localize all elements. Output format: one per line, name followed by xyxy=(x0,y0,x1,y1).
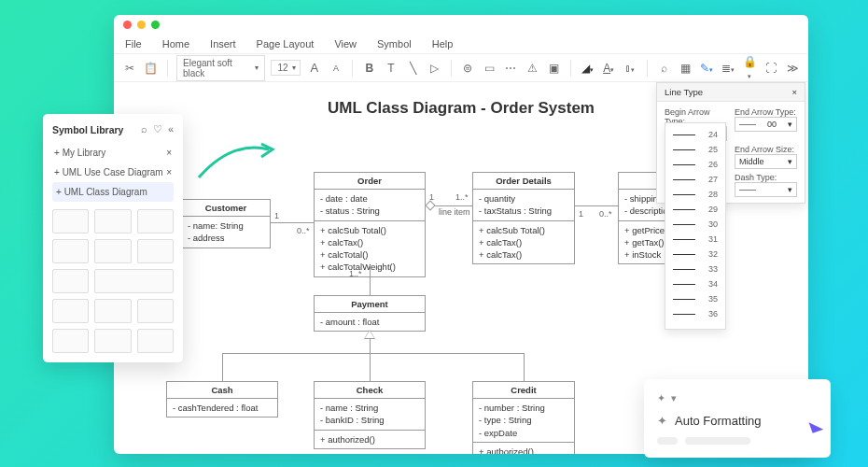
menu-help[interactable]: Help xyxy=(432,38,454,50)
shape-thumb[interactable] xyxy=(137,209,174,234)
separator xyxy=(167,60,168,77)
chevron-down-icon: ▾ xyxy=(255,64,259,72)
shape-thumb[interactable] xyxy=(137,239,174,263)
line-type-panel: Line Type× Begin Arrow Type:——00▾ End Ar… xyxy=(656,82,805,204)
group-icon[interactable]: ▭ xyxy=(482,62,497,75)
arrow-option[interactable]: 30 xyxy=(673,217,718,232)
class-order-details[interactable]: Order Details - quantity- taxStatus : St… xyxy=(472,172,575,264)
close-icon[interactable]: × xyxy=(166,167,172,177)
fill-icon[interactable]: ◢▾ xyxy=(580,62,595,75)
shape-thumb[interactable] xyxy=(94,329,131,353)
arrow-type-dropdown-list: 24 25 26 27 28 29 30 31 32 33 34 35 36 xyxy=(665,122,726,330)
symbol-library-panel: Symbol Library ⌕ ♡ « + My Library× + UML… xyxy=(43,114,183,362)
search-icon[interactable]: ⌕ xyxy=(656,62,672,75)
paste-icon[interactable]: 📋 xyxy=(143,62,159,75)
shape-thumb[interactable] xyxy=(52,209,89,234)
arrow-option[interactable]: 27 xyxy=(673,172,718,187)
maximize-icon[interactable] xyxy=(151,21,160,29)
pointer-icon[interactable]: ▷ xyxy=(427,62,442,75)
lock-icon[interactable]: 🔒▾ xyxy=(742,55,758,81)
end-size-select[interactable]: Middle▾ xyxy=(735,154,797,169)
library-use-case[interactable]: + UML Use Case Diagram× xyxy=(52,163,174,182)
menu-page-layout[interactable]: Page Layout xyxy=(257,38,315,50)
pen-icon[interactable]: ✎▾ xyxy=(699,62,715,75)
align-icon[interactable]: ≣▾ xyxy=(721,62,736,75)
dash-type-select[interactable]: ——▾ xyxy=(735,182,797,197)
crop-icon[interactable]: ⫾▾ xyxy=(623,62,638,75)
library-my-library[interactable]: + My Library× xyxy=(52,143,174,163)
class-payment[interactable]: Payment - amount : float xyxy=(314,295,426,332)
font-larger-icon[interactable]: A xyxy=(306,61,322,75)
maximize-icon[interactable]: ⛶ xyxy=(763,62,779,75)
shape-thumb[interactable] xyxy=(94,239,131,263)
arrow-option[interactable]: 25 xyxy=(673,142,718,157)
shape-thumb[interactable] xyxy=(137,329,174,353)
class-cash[interactable]: Cash - cashTendered : float xyxy=(166,381,278,417)
shape-thumb[interactable] xyxy=(94,269,174,293)
line-type-title: Line Type xyxy=(665,87,703,97)
shape-thumb[interactable] xyxy=(52,239,89,263)
shape-thumb[interactable] xyxy=(52,269,89,293)
cut-icon[interactable]: ✂ xyxy=(121,62,137,75)
cursor-icon: ◣ xyxy=(807,415,824,435)
shape-thumb[interactable] xyxy=(94,299,131,323)
close-icon[interactable] xyxy=(123,21,132,29)
arrow-option[interactable]: 24 xyxy=(673,127,718,142)
shape-thumb[interactable] xyxy=(52,299,89,323)
relation-icon[interactable]: ▦ xyxy=(678,62,693,75)
heart-icon[interactable]: ♡ xyxy=(153,123,162,135)
layers-icon[interactable]: ▣ xyxy=(546,62,562,75)
sparkle-icon: ✦ xyxy=(657,414,667,428)
close-icon[interactable]: × xyxy=(791,87,797,97)
sparkle-icon: ✦ xyxy=(657,392,665,404)
annotation-arrow xyxy=(194,131,278,187)
class-credit[interactable]: Credit - number : String- type : String-… xyxy=(472,381,575,454)
generalization-arrow xyxy=(364,330,375,339)
menu-file[interactable]: File xyxy=(125,38,142,50)
dots-icon[interactable]: ⋯ xyxy=(503,62,519,75)
shape-thumbnails xyxy=(52,209,174,353)
library-class-diagram[interactable]: + UML Class Diagram xyxy=(52,182,174,202)
arrow-option[interactable]: 32 xyxy=(673,247,718,262)
arrow-option[interactable]: 35 xyxy=(673,291,718,306)
search-icon[interactable]: ⌕ xyxy=(141,123,147,135)
window-titlebar xyxy=(114,15,808,34)
font-color-icon[interactable]: A▾ xyxy=(601,62,617,75)
toolbar: ✂ 📋 Elegant soft black▾ 12▾ A A B T ╲ ▷ … xyxy=(114,54,808,82)
class-check[interactable]: Check - name : String- bankID : String +… xyxy=(314,381,426,449)
text-tool-icon[interactable]: T xyxy=(383,62,399,75)
connector-icon[interactable]: ⊜ xyxy=(460,62,476,75)
line-tool-icon[interactable]: ╲ xyxy=(405,62,421,75)
arrow-option[interactable]: 29 xyxy=(673,202,718,217)
auto-formatting-button[interactable]: ✦ Auto Formatting ◣ xyxy=(657,414,818,428)
warning-icon[interactable]: ⚠ xyxy=(525,62,540,75)
shape-thumb[interactable] xyxy=(94,209,131,234)
collapse-icon[interactable]: « xyxy=(168,123,174,135)
shape-thumb[interactable] xyxy=(52,329,89,353)
menu-symbol[interactable]: Symbol xyxy=(377,38,412,50)
close-icon[interactable]: × xyxy=(166,148,172,158)
menu-insert[interactable]: Insert xyxy=(210,38,236,50)
font-select[interactable]: Elegant soft black▾ xyxy=(176,55,265,81)
class-customer[interactable]: Customer - name: String- address xyxy=(181,199,271,248)
menubar: File Home Insert Page Layout View Symbol… xyxy=(114,34,808,54)
font-size-select[interactable]: 12▾ xyxy=(271,60,301,76)
menu-home[interactable]: Home xyxy=(162,38,189,50)
arrow-option[interactable]: 36 xyxy=(673,306,718,321)
arrow-option[interactable]: 26 xyxy=(673,157,718,172)
auto-formatting-card: ✦▾ ✦ Auto Formatting ◣ xyxy=(644,379,831,458)
aggregation-diamond xyxy=(425,200,435,210)
bold-icon[interactable]: B xyxy=(361,62,377,75)
class-order[interactable]: Order - date : date- status : String + c… xyxy=(314,172,426,277)
shape-thumb[interactable] xyxy=(137,299,174,323)
minimize-icon[interactable] xyxy=(137,21,146,29)
arrow-option[interactable]: 31 xyxy=(673,232,718,247)
symbol-library-title: Symbol Library xyxy=(52,124,123,135)
arrow-option[interactable]: 34 xyxy=(673,276,718,291)
arrow-option[interactable]: 33 xyxy=(673,262,718,276)
font-smaller-icon[interactable]: A xyxy=(328,64,343,73)
arrow-option[interactable]: 28 xyxy=(673,187,718,202)
more-icon[interactable]: ≫ xyxy=(785,62,801,75)
menu-view[interactable]: View xyxy=(334,38,357,50)
end-arrow-select[interactable]: ——00▾ xyxy=(735,117,797,132)
